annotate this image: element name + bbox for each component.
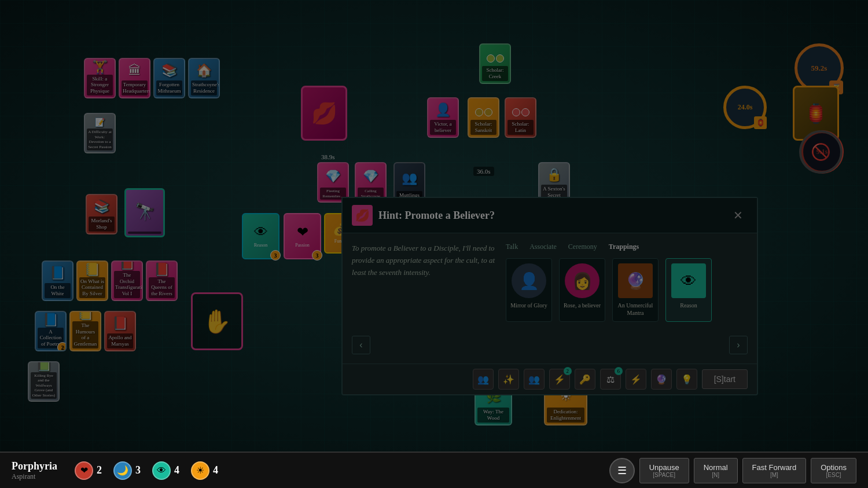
- health-value: 2: [97, 464, 102, 476]
- reason-icon: 👁: [152, 461, 171, 480]
- health-icon: ❤: [75, 461, 93, 480]
- unpause-button[interactable]: Unpause [SPACE]: [639, 458, 689, 483]
- funds-icon: ☀: [191, 461, 209, 480]
- game-board: 🏋 Skill: a Stronger Physique 🏛 Temporary…: [0, 0, 868, 452]
- player-title: Aspirant: [12, 472, 57, 481]
- player-name: Porphyria: [12, 460, 57, 472]
- fast-forward-button[interactable]: Fast Forward [M]: [742, 458, 807, 483]
- options-button[interactable]: Options [ESC]: [811, 458, 856, 483]
- bottom-bar: Porphyria Aspirant ❤ 2 🌙 3 👁 4 ☀ 4 ☰ Unp…: [0, 452, 868, 488]
- inventory-button[interactable]: ☰: [609, 458, 635, 483]
- reason-value: 4: [174, 464, 179, 476]
- funds-stat: ☀ 4: [191, 461, 218, 480]
- funds-value: 4: [213, 464, 218, 476]
- player-info: Porphyria Aspirant: [12, 460, 57, 481]
- dream-icon: 🌙: [113, 461, 132, 480]
- reason-stat: 👁 4: [152, 461, 179, 480]
- dream-stat: 🌙 3: [113, 461, 141, 480]
- normal-speed-button[interactable]: Normal [N]: [694, 458, 738, 483]
- dream-value: 3: [135, 464, 141, 476]
- health-stat: ❤ 2: [75, 461, 102, 480]
- modal-overlay: [0, 0, 868, 452]
- bottom-controls: ☰ Unpause [SPACE] Normal [N] Fast Forwar…: [609, 458, 856, 483]
